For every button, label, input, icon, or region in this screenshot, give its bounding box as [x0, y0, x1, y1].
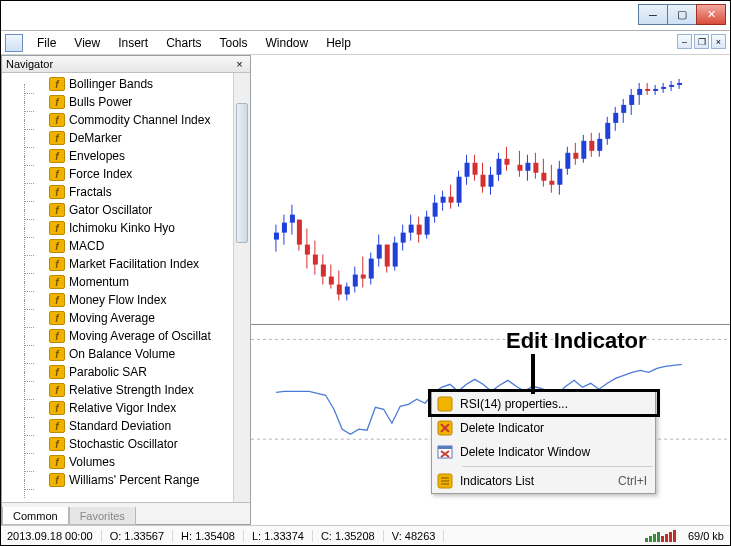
- navigator-item-label: Envelopes: [69, 149, 125, 163]
- delete-window-icon: [436, 443, 454, 461]
- svg-rect-61: [517, 165, 522, 171]
- navigator-item[interactable]: fVolumes: [4, 453, 250, 471]
- svg-rect-91: [637, 89, 642, 95]
- menu-view[interactable]: View: [66, 34, 108, 52]
- menu-window[interactable]: Window: [258, 34, 317, 52]
- navigator-item[interactable]: fOn Balance Volume: [4, 345, 250, 363]
- navigator-item[interactable]: fMoney Flow Index: [4, 291, 250, 309]
- navigator-item[interactable]: fRelative Vigor Index: [4, 399, 250, 417]
- svg-rect-101: [677, 83, 682, 85]
- indicator-icon: f: [49, 473, 65, 487]
- navigator-item-label: Market Facilitation Index: [69, 257, 199, 271]
- navigator-item[interactable]: fForce Index: [4, 165, 250, 183]
- navigator-item[interactable]: fRelative Strength Index: [4, 381, 250, 399]
- svg-rect-29: [385, 245, 390, 267]
- minimize-button[interactable]: ─: [638, 4, 668, 25]
- navigator-item[interactable]: fIchimoku Kinko Hyo: [4, 219, 250, 237]
- navigator-item[interactable]: fDeMarker: [4, 129, 250, 147]
- indicator-icon: f: [49, 203, 65, 217]
- svg-rect-13: [321, 265, 326, 277]
- ctx-label: Indicators List: [460, 474, 534, 488]
- svg-rect-43: [441, 197, 446, 203]
- navigator-item-label: Bollinger Bands: [69, 77, 153, 91]
- ctx-item-delete-indicator[interactable]: Delete Indicator: [432, 416, 655, 440]
- menu-help[interactable]: Help: [318, 34, 359, 52]
- navigator-tab-common[interactable]: Common: [2, 507, 69, 525]
- ctx-item-indicators-list[interactable]: Indicators List Ctrl+I: [432, 469, 655, 493]
- navigator-item[interactable]: fMoving Average: [4, 309, 250, 327]
- indicator-icon: f: [49, 329, 65, 343]
- navigator-item-label: MACD: [69, 239, 104, 253]
- navigator-item[interactable]: fFractals: [4, 183, 250, 201]
- svg-rect-57: [496, 159, 501, 175]
- menu-charts[interactable]: Charts: [158, 34, 209, 52]
- mdi-close-button[interactable]: ×: [711, 34, 726, 49]
- svg-rect-3: [282, 223, 287, 233]
- indicator-icon: f: [49, 113, 65, 127]
- indicator-icon: f: [49, 347, 65, 361]
- close-button[interactable]: ✕: [696, 4, 726, 25]
- navigator-item[interactable]: fMACD: [4, 237, 250, 255]
- navigator-item[interactable]: fEnvelopes: [4, 147, 250, 165]
- navigator-tree[interactable]: fBollinger BandsfBulls PowerfCommodity C…: [2, 73, 250, 502]
- indicator-icon: f: [49, 455, 65, 469]
- menu-file[interactable]: File: [29, 34, 64, 52]
- svg-rect-15: [329, 277, 334, 285]
- svg-rect-108: [438, 446, 452, 449]
- mdi-restore-button[interactable]: ❐: [694, 34, 709, 49]
- svg-rect-27: [377, 245, 382, 259]
- navigator-tab-favorites[interactable]: Favorites: [69, 507, 136, 525]
- svg-rect-51: [473, 163, 478, 175]
- navigator-item[interactable]: fParabolic SAR: [4, 363, 250, 381]
- navigator-item[interactable]: fBulls Power: [4, 93, 250, 111]
- navigator-scrollbar[interactable]: [233, 73, 250, 502]
- navigator-item[interactable]: fMoving Average of Oscillat: [4, 327, 250, 345]
- app-icon: [5, 34, 23, 52]
- maximize-button[interactable]: ▢: [667, 4, 697, 25]
- scrollbar-thumb[interactable]: [236, 103, 248, 243]
- indicator-icon: f: [49, 167, 65, 181]
- navigator-item[interactable]: fMarket Facilitation Index: [4, 255, 250, 273]
- navigator-close-icon[interactable]: ×: [233, 58, 246, 71]
- annotation-leader: [531, 354, 535, 394]
- navigator-item[interactable]: fBollinger Bands: [4, 75, 250, 93]
- menu-tools[interactable]: Tools: [212, 34, 256, 52]
- annotation-label: Edit Indicator: [506, 328, 647, 354]
- svg-rect-9: [305, 245, 310, 255]
- svg-rect-37: [417, 225, 422, 235]
- menu-insert[interactable]: Insert: [110, 34, 156, 52]
- svg-rect-65: [533, 163, 538, 173]
- navigator-item[interactable]: fWilliams' Percent Range: [4, 471, 250, 489]
- navigator-item-label: Stochastic Oscillator: [69, 437, 178, 451]
- navigator-title: Navigator: [6, 58, 53, 70]
- navigator-item-label: Relative Strength Index: [69, 383, 194, 397]
- svg-rect-71: [557, 169, 562, 185]
- svg-rect-69: [549, 181, 554, 185]
- navigator-title-bar[interactable]: Navigator ×: [2, 56, 250, 73]
- svg-rect-59: [504, 159, 509, 165]
- mdi-minimize-button[interactable]: –: [677, 34, 692, 49]
- indicator-icon: f: [49, 437, 65, 451]
- svg-rect-77: [581, 141, 586, 159]
- status-connection: 69/0 kb: [688, 530, 724, 542]
- navigator-item[interactable]: fGator Oscillator: [4, 201, 250, 219]
- indicator-icon: f: [49, 77, 65, 91]
- indicator-icon: f: [49, 311, 65, 325]
- navigator-item[interactable]: fMomentum: [4, 273, 250, 291]
- navigator-item[interactable]: fStochastic Oscillator: [4, 435, 250, 453]
- navigator-item-label: Moving Average: [69, 311, 155, 325]
- svg-rect-53: [481, 175, 486, 187]
- navigator-panel: Navigator × fBollinger BandsfBulls Power…: [1, 55, 251, 525]
- navigator-item[interactable]: fStandard Deviation: [4, 417, 250, 435]
- ctx-item-delete-window[interactable]: Delete Indicator Window: [432, 440, 655, 464]
- navigator-item-label: DeMarker: [69, 131, 122, 145]
- indicator-icon: f: [49, 419, 65, 433]
- indicator-icon: f: [49, 131, 65, 145]
- svg-rect-47: [457, 177, 462, 203]
- navigator-item[interactable]: fCommodity Channel Index: [4, 111, 250, 129]
- indicator-icon: f: [49, 149, 65, 163]
- ctx-shortcut: Ctrl+I: [618, 474, 647, 488]
- svg-rect-67: [541, 173, 546, 181]
- svg-rect-31: [393, 243, 398, 267]
- navigator-item-label: Commodity Channel Index: [69, 113, 210, 127]
